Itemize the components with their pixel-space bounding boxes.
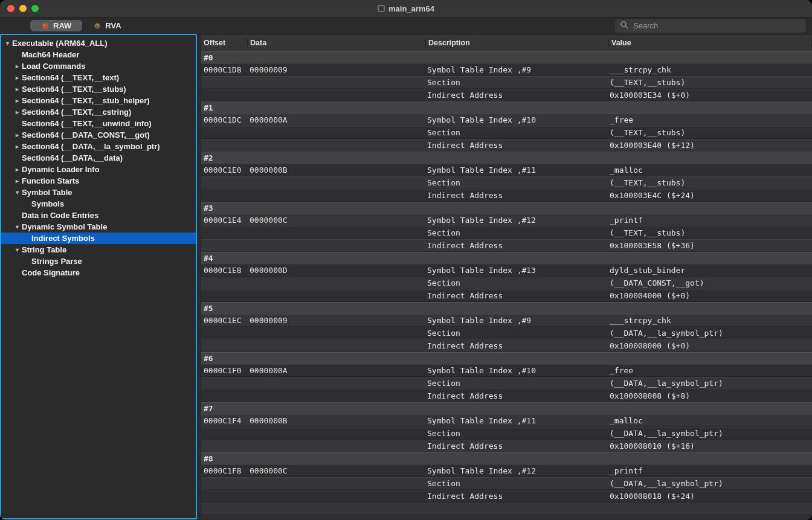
tree-item[interactable]: Data in Code Entries bbox=[1, 210, 196, 221]
tree-item[interactable]: ▸Function Starts bbox=[1, 175, 196, 187]
table-row[interactable]: 0000C1EC00000009Symbol Table Index ,#9__… bbox=[201, 314, 812, 327]
caret-down-icon[interactable]: ▾ bbox=[13, 187, 21, 198]
cell: 0000C1D8 bbox=[201, 64, 247, 75]
group-header[interactable]: #0 bbox=[201, 51, 812, 63]
table-row[interactable]: Indirect Address0x100004000 ($+0) bbox=[201, 289, 812, 302]
tree-item-label: Section64 (__DATA,__la_symbol_ptr) bbox=[21, 141, 160, 152]
table-row[interactable]: Section(__TEXT,__stubs) bbox=[201, 126, 812, 139]
group-header[interactable]: #5 bbox=[201, 302, 812, 314]
cell bbox=[607, 303, 812, 314]
caret-right-icon[interactable]: ▸ bbox=[13, 130, 21, 141]
table-row[interactable]: Indirect Address0x100008008 ($+8) bbox=[201, 390, 812, 402]
table-row[interactable]: Section(__DATA,__la_symbol_ptr) bbox=[201, 327, 812, 339]
tree-item[interactable]: ▾Symbol Table bbox=[1, 187, 196, 198]
caret-down-icon[interactable]: ▾ bbox=[13, 222, 21, 233]
tree-item[interactable]: ▸Section64 (__DATA_CONST,__got) bbox=[1, 129, 196, 141]
tree-item[interactable]: ▸Section64 (__TEXT,__cstring) bbox=[1, 106, 196, 118]
zoom-window-button[interactable] bbox=[31, 5, 39, 12]
table-row[interactable]: 0000C1E00000000BSymbol Table Index ,#11_… bbox=[201, 164, 812, 176]
table-row[interactable]: Section(__DATA,__la_symbol_ptr) bbox=[201, 477, 812, 490]
caret-right-icon[interactable]: ▸ bbox=[13, 61, 21, 72]
cell bbox=[247, 202, 425, 214]
table-row[interactable]: Indirect Address0x100008010 ($+16) bbox=[201, 440, 812, 452]
close-window-button[interactable] bbox=[7, 5, 14, 12]
group-header[interactable]: #3 bbox=[201, 202, 812, 214]
cell bbox=[607, 202, 812, 214]
table-row[interactable]: Section(__TEXT,__stubs) bbox=[201, 226, 812, 239]
table-row[interactable]: Section(__DATA,__la_symbol_ptr) bbox=[201, 377, 812, 390]
col-header-description[interactable]: Description bbox=[426, 39, 609, 47]
cell bbox=[425, 353, 607, 364]
tree-item[interactable]: ▾Dynamic Symbol Table bbox=[1, 221, 196, 233]
tree-item[interactable]: Strings Parse bbox=[1, 255, 196, 267]
table-row[interactable]: Indirect Address0x100003E4C ($+24) bbox=[201, 189, 812, 202]
search-field[interactable] bbox=[615, 19, 806, 33]
table-row[interactable]: Section(__TEXT,__stubs) bbox=[201, 76, 812, 89]
tree-item[interactable]: ▸Section64 (__TEXT,__stubs) bbox=[1, 83, 196, 95]
table-row[interactable]: Section(__DATA_CONST,__got) bbox=[201, 277, 812, 289]
group-header[interactable]: #2 bbox=[201, 152, 812, 164]
caret-right-icon[interactable]: ▸ bbox=[13, 141, 21, 152]
group-header[interactable]: #8 bbox=[201, 452, 812, 464]
group-header[interactable]: #4 bbox=[201, 252, 812, 264]
tree-item[interactable]: ▸Section64 (__TEXT,__stub_helper) bbox=[1, 95, 196, 106]
tree-item[interactable]: Indirect Symbols bbox=[1, 233, 196, 244]
cell: Section bbox=[425, 77, 607, 88]
tree-item[interactable]: Mach64 Header bbox=[1, 49, 196, 60]
caret-right-icon[interactable]: ▸ bbox=[13, 176, 21, 187]
table-row[interactable]: 0000C1E80000000DSymbol Table Index ,#13d… bbox=[201, 264, 812, 277]
table-row[interactable]: 0000C1DC0000000ASymbol Table Index ,#10_… bbox=[201, 114, 812, 126]
table-row[interactable]: 0000C1F80000000CSymbol Table Index ,#12_… bbox=[201, 464, 812, 477]
caret-right-icon[interactable]: ▸ bbox=[13, 72, 21, 83]
minimize-window-button[interactable] bbox=[19, 5, 27, 12]
cell: 0x100008010 ($+16) bbox=[607, 440, 812, 452]
group-header[interactable]: #7 bbox=[201, 402, 812, 414]
tree-item[interactable]: ▾Executable (ARM64_ALL) bbox=[1, 37, 196, 49]
table-row[interactable]: Indirect Address0x100003E40 ($+12) bbox=[201, 139, 812, 152]
table-row[interactable]: 0000C1D800000009Symbol Table Index ,#9__… bbox=[201, 63, 812, 76]
table-body[interactable]: #00000C1D800000009Symbol Table Index ,#9… bbox=[201, 51, 812, 520]
group-header[interactable]: #6 bbox=[201, 352, 812, 364]
table-row[interactable]: Indirect Address0x100003E58 ($+36) bbox=[201, 239, 812, 252]
tree-item[interactable]: ▸Load Commands bbox=[1, 60, 196, 72]
splitter[interactable] bbox=[197, 34, 201, 520]
sidebar[interactable]: ▾Executable (ARM64_ALL)Mach64 Header▸Loa… bbox=[0, 34, 197, 519]
tree-item-label: Dynamic Loader Info bbox=[21, 164, 100, 175]
cell bbox=[247, 277, 425, 289]
seg-raw[interactable]: RAW bbox=[30, 20, 82, 31]
tree-item[interactable]: Section64 (__TEXT,__unwind_info) bbox=[1, 118, 196, 129]
search-input[interactable] bbox=[632, 21, 801, 31]
tree-item[interactable]: ▾String Table bbox=[1, 244, 196, 255]
col-header-data[interactable]: Data bbox=[248, 39, 426, 47]
caret-right-icon[interactable]: ▸ bbox=[13, 164, 21, 175]
tree-item[interactable]: ▸Section64 (__TEXT,__text) bbox=[1, 72, 196, 83]
tree-item[interactable]: Section64 (__DATA,__data) bbox=[1, 152, 196, 164]
caret-right-icon[interactable]: ▸ bbox=[13, 95, 21, 106]
table-row[interactable]: Indirect Address0x100008018 ($+24) bbox=[201, 490, 812, 502]
svg-line-5 bbox=[625, 26, 628, 28]
tree-item[interactable]: Symbols bbox=[1, 198, 196, 210]
caret-down-icon[interactable]: ▾ bbox=[4, 38, 11, 49]
caret-right-icon[interactable]: ▸ bbox=[13, 107, 21, 118]
tree-item[interactable]: Code Signature bbox=[1, 267, 196, 278]
tree-item[interactable]: ▸Dynamic Loader Info bbox=[1, 164, 196, 175]
caret-down-icon[interactable]: ▾ bbox=[13, 245, 21, 255]
table-row[interactable]: Section(__TEXT,__stubs) bbox=[201, 176, 812, 189]
table-row[interactable]: 0000C1E40000000CSymbol Table Index ,#12_… bbox=[201, 214, 812, 226]
table-row[interactable]: Section(__DATA,__la_symbol_ptr) bbox=[201, 427, 812, 440]
group-header[interactable]: #1 bbox=[201, 101, 812, 114]
cell bbox=[425, 152, 607, 164]
caret-right-icon[interactable]: ▸ bbox=[13, 84, 21, 95]
document-icon bbox=[378, 5, 385, 12]
table-header: Offset Data Description Value bbox=[201, 34, 812, 51]
tree-item[interactable]: ▸Section64 (__DATA,__la_symbol_ptr) bbox=[1, 141, 196, 152]
table-row[interactable]: 0000C1F00000000ASymbol Table Index ,#10_… bbox=[201, 364, 812, 377]
cell bbox=[425, 403, 607, 414]
cell bbox=[607, 252, 812, 264]
col-header-offset[interactable]: Offset bbox=[201, 39, 248, 47]
col-header-value[interactable]: Value bbox=[609, 39, 812, 47]
table-row[interactable]: Indirect Address0x100008000 ($+0) bbox=[201, 339, 812, 352]
seg-rva[interactable]: RVA bbox=[82, 20, 132, 31]
table-row[interactable]: 0000C1F40000000BSymbol Table Index ,#11_… bbox=[201, 414, 812, 427]
table-row[interactable]: Indirect Address0x100003E34 ($+0) bbox=[201, 89, 812, 101]
